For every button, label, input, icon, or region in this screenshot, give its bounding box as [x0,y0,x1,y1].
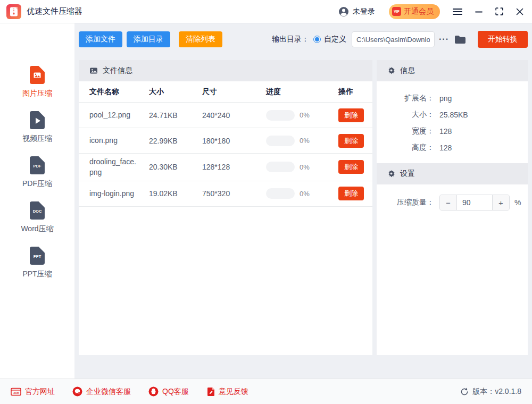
sidebar-item-label: 图片压缩 [22,89,52,98]
sidebar-item-image-compress[interactable]: 图片压缩 [22,65,52,98]
open-folder-button[interactable] [454,35,466,44]
sidebar-item-label: 视频压缩 [22,134,52,144]
table-row: icon.png 22.99KB 180*180 0% 删除 [79,128,372,154]
sidebar-item-pdf-compress[interactable]: PDF PDF压缩 [22,156,52,189]
website-icon: .com [11,388,21,396]
delete-button[interactable]: 删除 [338,108,364,122]
gear-icon [387,67,395,75]
output-path-input[interactable] [352,31,435,47]
footer: .com 官方网址 企业微信客服 QQ客服 [0,378,532,404]
content-area: 添加文件 添加目录 清除列表 输出目录： 自定义 ··· 开始转换 [74,23,532,378]
maximize-icon[interactable] [495,7,503,15]
login-status: 未登录 [353,7,375,16]
pdf-file-icon: PDF [29,156,46,175]
progress-bar [266,110,295,121]
col-progress: 进度 [255,87,323,97]
svg-text:DOC: DOC [33,209,42,214]
delete-button[interactable]: 删除 [338,187,364,200]
app-window: 优速文件压缩器 未登录 VIP 开通会员 [0,0,532,404]
open-vip-button[interactable]: VIP 开通会员 [389,4,440,19]
table-row: pool_12.png 24.71KB 240*240 0% 删除 [79,103,372,128]
sidebar-item-video-compress[interactable]: 视频压缩 [22,111,52,144]
app-title: 优速文件压缩器 [27,6,82,16]
file-name: drooling_face.png [89,154,138,181]
update-refresh-icon[interactable] [460,388,469,396]
table-row: drooling_face.png 20.30KB 128*128 0% 删除 [79,154,372,181]
menu-icon[interactable] [453,8,462,15]
qq-service-link[interactable]: QQ客服 [148,386,189,397]
progress-value: 0% [300,163,310,171]
info-value: 128 [439,127,452,136]
table-row: img-login.png 19.02KB 750*320 0% 删除 [79,181,372,207]
version-area: 版本：v2.0.1.8 [460,387,521,397]
file-dims: 750*320 [192,189,255,198]
side-panel: 信息 扩展名： png 大小： 25.85KB 宽度： [377,60,528,355]
login-button[interactable]: 未登录 [338,6,375,17]
sidebar-item-word-compress[interactable]: DOC Word压缩 [21,201,53,234]
output-dir-label: 输出目录： [272,35,309,44]
sidebar-item-label: Word压缩 [21,224,53,234]
qq-service-icon [148,386,159,397]
sidebar-item-label: PPT压缩 [22,270,52,279]
table-header: 文件名称 大小 尺寸 进度 操作 [79,81,372,103]
file-name: icon.png [89,132,138,148]
custom-radio-label: 自定义 [324,35,346,44]
version-text: 版本：v2.0.1.8 [472,387,521,397]
user-avatar-icon [338,6,349,17]
delete-button[interactable]: 删除 [338,160,364,174]
titlebar: 优速文件压缩器 未登录 VIP 开通会员 [0,0,532,23]
close-icon[interactable] [516,8,523,15]
sidebar-item-ppt-compress[interactable]: PPT PPT压缩 [22,246,52,279]
official-website-link[interactable]: .com 官方网址 [11,387,55,397]
settings-header: 设置 [377,163,528,184]
svg-text:PPT: PPT [34,254,41,259]
file-dims: 128*128 [192,163,255,171]
info-title: 信息 [400,66,415,75]
sidebar: 图片压缩 视频压缩 PDF PDF压缩 [0,23,74,378]
col-name: 文件名称 [89,83,138,99]
footer-link-label: QQ客服 [162,387,189,397]
panels: 文件信息 文件名称 大小 尺寸 进度 操作 pool_12.png 24.71K… [79,60,528,355]
add-directory-button[interactable]: 添加目录 [127,31,170,47]
start-convert-button[interactable]: 开始转换 [478,31,528,48]
minimize-icon[interactable] [475,8,483,15]
info-row: 大小： 25.85KB [377,106,528,123]
app-logo-icon [6,4,21,19]
info-value: png [439,94,452,103]
progress-bar [266,188,295,199]
percent-label: % [514,198,521,207]
settings-title: 设置 [400,169,415,179]
progress-bar [266,162,295,172]
delete-button[interactable]: 删除 [338,134,364,148]
photo-icon [89,66,98,75]
clear-list-button[interactable]: 清除列表 [179,31,222,47]
quality-label: 压缩质量： [377,198,434,207]
wechat-service-link[interactable]: 企业微信客服 [72,386,131,397]
folder-icon [454,35,466,44]
feedback-icon [206,387,215,397]
wechat-service-icon [72,386,82,397]
main-area: 图片压缩 视频压缩 PDF PDF压缩 [0,23,532,378]
quality-input[interactable] [457,195,492,210]
info-label: 大小： [377,110,434,120]
quality-increase-button[interactable]: + [492,195,509,210]
svg-text:.com: .com [13,391,19,394]
info-label: 宽度： [377,127,434,136]
browse-ellipsis-button[interactable]: ··· [439,35,449,44]
info-value: 25.85KB [439,111,468,119]
vip-button-label: 开通会员 [404,7,434,16]
feedback-link[interactable]: 意见反馈 [206,387,248,397]
add-file-button[interactable]: 添加文件 [79,31,122,47]
vip-icon: VIP [392,7,401,16]
quality-stepper: − + [439,195,510,211]
info-header: 信息 [377,60,528,81]
file-name: img-login.png [89,186,138,201]
info-list: 扩展名： png 大小： 25.85KB 宽度： 128 高度： [377,81,528,163]
footer-link-label: 官方网址 [25,387,55,397]
quality-decrease-button[interactable]: − [440,195,457,210]
custom-radio[interactable] [313,36,321,43]
col-dims: 尺寸 [192,87,255,97]
col-action: 操作 [323,87,372,97]
svg-text:PDF: PDF [34,164,41,169]
footer-link-label: 意见反馈 [219,387,248,397]
